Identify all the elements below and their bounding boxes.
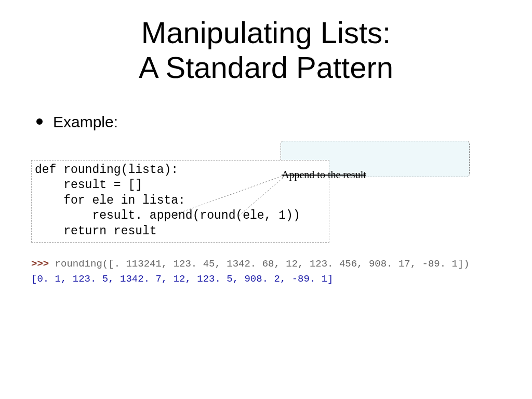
console-input-line: >>> rounding([. 113241, 123. 45, 1342. 6… xyxy=(31,257,470,272)
code-line: for ele in lista: xyxy=(35,194,185,207)
console-output: >>> rounding([. 113241, 123. 45, 1342. 6… xyxy=(31,257,470,287)
code-line: return result xyxy=(35,224,157,238)
callout-label: Append to the result xyxy=(282,169,366,181)
console-result: [0. 1, 123. 5, 1342. 7, 12, 123. 5, 908.… xyxy=(31,272,470,287)
bullet-dot-icon xyxy=(36,118,43,125)
slide-title: Manipulating Lists: A Standard Pattern xyxy=(0,16,532,85)
bullet-row: Example: xyxy=(36,113,118,131)
console-call: rounding([. 113241, 123. 45, 1342. 68, 1… xyxy=(55,258,470,270)
console-prompt: >>> xyxy=(31,258,55,270)
slide: Manipulating Lists: A Standard Pattern E… xyxy=(0,0,532,399)
code-line: result = [] xyxy=(35,178,142,192)
example-label: Example: xyxy=(53,113,118,131)
code-line: result. append(round(ele, 1)) xyxy=(35,209,300,222)
code-line: def rounding(lista): xyxy=(35,163,178,177)
